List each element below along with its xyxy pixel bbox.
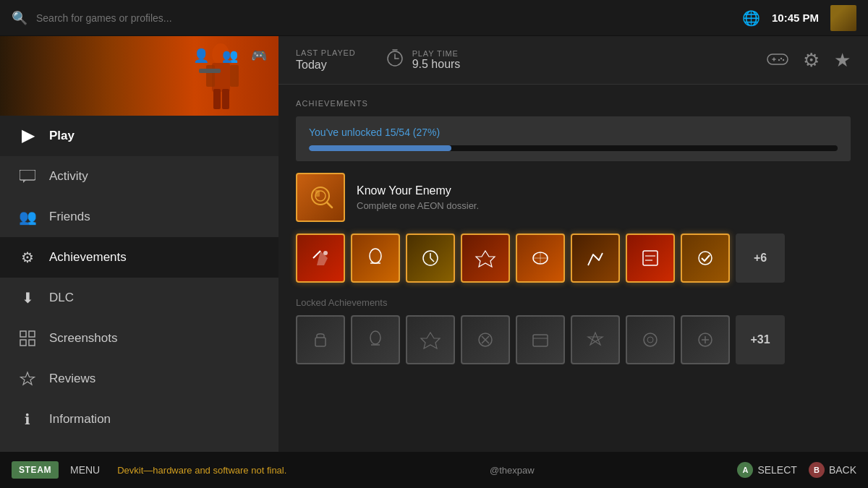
play-time-block: PLAY TIME 9.5 hours — [385, 48, 461, 72]
timer-icon — [385, 48, 405, 72]
achievements-icon: ⚙ — [17, 247, 38, 267]
sidebar-item-friends[interactable]: 👥 Friends — [0, 197, 278, 237]
back-label: BACK — [829, 464, 856, 476]
progress-text: You've unlocked 15/54 (27%) — [309, 127, 838, 138]
locked-thumb-6 — [571, 315, 620, 364]
featured-achievement-title: Know Your Enemy — [357, 184, 479, 197]
progress-track — [309, 145, 838, 151]
clock-display: 10:45 PM — [772, 12, 819, 24]
progress-fill — [309, 145, 451, 151]
play-time-value: 9.5 hours — [412, 58, 461, 71]
locked-achievements-label: Locked Achievements — [296, 297, 851, 308]
achievements-section-title: ACHIEVEMENTS — [296, 99, 851, 108]
globe-icon[interactable]: 🌐 — [742, 9, 760, 27]
select-action[interactable]: A SELECT — [737, 462, 796, 478]
svg-rect-43 — [315, 338, 326, 346]
play-time-info: PLAY TIME 9.5 hours — [412, 49, 461, 71]
top-right: 🌐 10:45 PM — [742, 5, 856, 31]
svg-rect-13 — [29, 340, 35, 346]
achievement-thumb-2[interactable] — [351, 234, 400, 283]
svg-rect-7 — [199, 69, 221, 73]
back-action[interactable]: B BACK — [809, 462, 856, 478]
achievement-thumb-5[interactable] — [516, 234, 565, 283]
bottom-bar: STEAM MENU Devkit—hardware and software … — [0, 452, 868, 488]
sidebar-item-achievements[interactable]: ⚙ Achievements — [0, 237, 278, 278]
achievement-thumb-1[interactable] — [296, 234, 345, 283]
a-button[interactable]: A — [737, 462, 753, 478]
achievements-section: ACHIEVEMENTS You've unlocked 15/54 (27%) — [278, 85, 868, 452]
progress-percent-text: (27%) — [413, 127, 440, 138]
featured-achievement-icon — [296, 173, 345, 222]
search-icon: 🔍 — [12, 10, 27, 26]
right-content: LAST PLAYED Today PLAY TIME 9.5 hours — [278, 36, 868, 452]
svg-point-52 — [647, 337, 653, 343]
svg-point-30 — [323, 251, 328, 255]
sidebar-item-reviews[interactable]: Reviews — [0, 359, 278, 399]
b-button[interactable]: B — [809, 462, 825, 478]
svg-point-42 — [699, 252, 712, 265]
controller-action-icon[interactable] — [767, 49, 788, 72]
achievement-thumb-8[interactable] — [681, 234, 730, 283]
svg-rect-12 — [20, 340, 26, 346]
main-layout: 👤 👥 🎮 ▶ Play Activity 👥 Friends ⚙ — [0, 36, 868, 452]
search-input[interactable] — [36, 12, 733, 24]
locked-thumb-4 — [461, 315, 510, 364]
star-action-icon[interactable]: ★ — [834, 49, 851, 72]
featured-achievement-info: Know Your Enemy Complete one AEON dossie… — [357, 184, 479, 211]
svg-rect-28 — [315, 190, 320, 197]
last-played-label: LAST PLAYED — [296, 48, 356, 57]
svg-rect-6 — [222, 89, 229, 109]
locked-thumb-2 — [351, 315, 400, 364]
svg-point-44 — [370, 331, 380, 344]
svg-rect-39 — [643, 251, 658, 265]
sidebar-item-dlc[interactable]: ⬇ DLC — [0, 278, 278, 318]
sidebar-item-information[interactable]: ℹ Information — [0, 399, 278, 440]
svg-rect-10 — [20, 331, 26, 337]
last-played-block: LAST PLAYED Today — [296, 48, 356, 72]
dlc-icon: ⬇ — [17, 288, 38, 308]
devkit-notice: Devkit—hardware and software not final. — [117, 465, 286, 476]
avatar[interactable] — [830, 5, 856, 31]
stat-actions: ⚙ ★ — [767, 49, 851, 72]
steam-button[interactable]: STEAM — [12, 461, 59, 479]
achievement-thumb-3[interactable] — [406, 234, 455, 283]
svg-rect-3 — [206, 65, 215, 87]
game-hero: 👤 👥 🎮 — [0, 36, 278, 116]
friends-icon[interactable]: 👤 — [190, 45, 212, 67]
svg-point-22 — [780, 57, 782, 59]
svg-point-51 — [644, 333, 657, 346]
controller-icon[interactable]: 🎮 — [248, 45, 270, 67]
play-icon: ▶ — [17, 126, 38, 146]
group-icon[interactable]: 👥 — [219, 45, 241, 67]
locked-thumb-5 — [516, 315, 565, 364]
svg-marker-14 — [21, 372, 35, 385]
achievement-progress-bar: You've unlocked 15/54 (27%) — [296, 116, 851, 161]
unlocked-more-badge[interactable]: +6 — [736, 234, 785, 283]
unlocked-achievement-grid: +6 — [296, 234, 851, 283]
svg-line-27 — [327, 202, 332, 207]
svg-rect-4 — [230, 65, 239, 87]
bottom-actions: A SELECT B BACK — [737, 462, 856, 478]
svg-rect-8 — [20, 170, 35, 180]
bottom-center: @thexpaw — [298, 465, 726, 476]
sidebar-item-play[interactable]: ▶ Play — [0, 116, 278, 156]
top-bar: 🔍 🌐 10:45 PM — [0, 0, 868, 36]
locked-more-badge[interactable]: +31 — [736, 315, 785, 364]
username-display: @thexpaw — [490, 465, 535, 476]
information-icon: ℹ — [17, 409, 38, 429]
svg-point-23 — [783, 59, 784, 60]
achievement-thumb-6[interactable] — [571, 234, 620, 283]
reviews-icon — [17, 369, 38, 389]
locked-thumb-7 — [626, 315, 675, 364]
menu-label[interactable]: MENU — [70, 464, 100, 476]
sidebar-item-screenshots[interactable]: Screenshots — [0, 318, 278, 359]
sidebar-item-activity[interactable]: Activity — [0, 156, 278, 197]
stats-bar: LAST PLAYED Today PLAY TIME 9.5 hours — [278, 36, 868, 85]
settings-action-icon[interactable]: ⚙ — [803, 49, 820, 72]
achievement-thumb-7[interactable] — [626, 234, 675, 283]
hero-icons: 👤 👥 🎮 — [190, 45, 270, 67]
locked-thumb-3 — [406, 315, 455, 364]
achievement-thumb-4[interactable] — [461, 234, 510, 283]
svg-rect-11 — [29, 331, 35, 337]
featured-achievement-desc: Complete one AEON dossier. — [357, 200, 479, 211]
